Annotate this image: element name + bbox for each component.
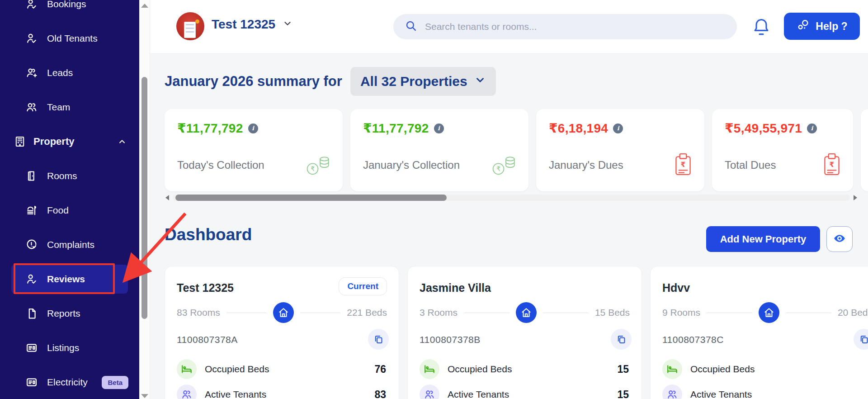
scrollbar-thumb[interactable]	[175, 195, 447, 201]
visibility-toggle-button[interactable]	[826, 226, 853, 252]
copy-icon	[859, 334, 868, 345]
people-icon	[25, 101, 38, 114]
stat-label: Occupied Beds	[205, 364, 269, 375]
amount-value: ₹11,77,792	[177, 121, 243, 136]
search-input[interactable]	[424, 21, 713, 33]
copy-code-button[interactable]	[611, 329, 632, 350]
sidebar-item-reports[interactable]: Reports	[0, 296, 139, 331]
sidebar-item-food[interactable]: Food	[0, 193, 139, 228]
stat-value: 76	[374, 363, 386, 375]
scrollbar-right-arrow[interactable]	[854, 195, 857, 200]
food-icon	[25, 204, 38, 217]
sidebar-item-label: Leads	[47, 67, 73, 78]
info-icon[interactable]	[248, 124, 258, 133]
annotation-red-box	[14, 263, 115, 294]
property-card[interactable]: Jasmine Villa 3 Rooms 15 Beds 1100807378…	[407, 266, 642, 399]
notification-bell-icon[interactable]	[751, 16, 771, 38]
summary-card-label: Today's Collection	[177, 159, 264, 171]
property-filter-dropdown[interactable]: All 32 Properties	[350, 67, 496, 96]
sidebar-item-listings[interactable]: Listings	[0, 331, 139, 365]
property-card[interactable]: Hdvv 9 Rooms 20 Beds 1100807378C Occupie…	[650, 266, 868, 399]
stat-value: 15	[617, 363, 629, 375]
stat-label: Occupied Beds	[690, 364, 755, 375]
copy-code-button[interactable]	[854, 329, 868, 350]
info-icon[interactable]	[434, 124, 444, 133]
sidebar-item-old-tenants[interactable]: Old Tenants	[0, 21, 139, 56]
bed-icon	[177, 359, 197, 379]
sidebar-item-label: Bookings	[47, 0, 86, 10]
stat-label: Occupied Beds	[448, 364, 512, 375]
help-button[interactable]: Help ?	[784, 13, 860, 40]
sidebar-group-property[interactable]: Property	[0, 124, 139, 159]
sidebar-item-label: Reports	[47, 308, 80, 319]
summary-card-label: January's Dues	[549, 159, 623, 171]
stat-label: Active Tenants	[690, 389, 752, 399]
chevron-up-icon[interactable]	[118, 137, 127, 149]
summary-card-months-collection: ₹11,77,792 January's Collection ₹	[350, 109, 528, 191]
sidebar-item-rooms[interactable]: Rooms	[0, 159, 139, 193]
property-code: 1100807378C	[662, 334, 724, 345]
occupied-beds-row: Occupied Beds	[662, 358, 868, 380]
chevron-down-icon	[474, 74, 486, 89]
property-switcher[interactable]: Test 12325	[212, 17, 292, 32]
door-icon	[25, 170, 38, 182]
support-bubbles-icon	[796, 18, 810, 34]
bed-icon	[420, 359, 439, 379]
property-name: Test 12325	[212, 17, 275, 32]
beds-count: 20 Beds	[838, 307, 868, 318]
rooms-count: 3 Rooms	[420, 307, 458, 318]
sidebar-item-bookings[interactable]: Bookings	[0, 0, 139, 21]
occupied-beds-row: Occupied Beds 76	[177, 358, 386, 380]
sidebar-item-label: Complaints	[47, 239, 94, 250]
scrollbar-thumb[interactable]	[142, 77, 147, 319]
sidebar: Bookings Old Tenants Leads Team Property	[0, 0, 139, 399]
summary-card-months-dues: ₹6,18,194 January's Dues ₹	[536, 109, 704, 191]
building-icon	[14, 135, 26, 148]
rooms-beds-row: 3 Rooms 15 Beds	[420, 302, 630, 323]
summary-title-row: January 2026 summary for All 32 Properti…	[165, 67, 496, 96]
top-header: Test 12325 Help ?	[150, 0, 868, 54]
sidebar-item-complaints[interactable]: Complaints	[0, 228, 139, 262]
beds-count: 15 Beds	[595, 307, 630, 318]
scrollbar-up-arrow[interactable]	[141, 4, 148, 8]
search-bar[interactable]	[393, 14, 737, 39]
scrollbar-down-arrow[interactable]	[141, 394, 148, 398]
add-new-property-button[interactable]: Add New Property	[706, 226, 820, 252]
home-icon	[759, 302, 779, 323]
property-cards-row: Test 12325 Current 83 Rooms 221 Beds 110…	[165, 266, 868, 399]
property-card[interactable]: Test 12325 Current 83 Rooms 221 Beds 110…	[165, 266, 399, 399]
info-icon[interactable]	[613, 124, 623, 133]
dues-clipboard-icon: ₹	[673, 152, 693, 179]
sidebar-item-electricity[interactable]: Electricity Beta	[0, 365, 139, 399]
info-icon[interactable]	[807, 124, 817, 133]
property-filter-value: All 32 Properties	[360, 74, 467, 89]
stat-value: 15	[617, 389, 629, 399]
person-check-icon	[25, 0, 38, 10]
rooms-beds-row: 9 Rooms 20 Beds	[662, 302, 868, 323]
sidebar-item-team[interactable]: Team	[0, 90, 139, 124]
vertical-scrollbar[interactable]	[139, 0, 150, 399]
sidebar-menu: Bookings Old Tenants Leads Team Property	[0, 0, 139, 399]
rooms-beds-row: 83 Rooms 221 Beds	[177, 302, 387, 323]
sidebar-item-leads[interactable]: Leads	[0, 56, 139, 90]
copy-code-button[interactable]	[368, 329, 389, 350]
summary-card-partial	[861, 109, 868, 191]
sidebar-item-reviews[interactable]: Reviews	[0, 262, 139, 296]
eye-icon	[833, 232, 846, 247]
sidebar-item-label: Old Tenants	[47, 33, 98, 44]
horizontal-scrollbar[interactable]	[165, 194, 857, 201]
current-badge: Current	[339, 277, 387, 295]
sidebar-item-label: Rooms	[47, 171, 77, 181]
document-icon	[25, 307, 38, 320]
scrollbar-left-arrow[interactable]	[165, 195, 169, 200]
dues-clipboard-icon: ₹	[821, 152, 842, 179]
summary-card-todays-collection: ₹11,77,792 Today's Collection ₹	[165, 109, 343, 191]
copy-icon	[616, 334, 627, 345]
beds-count: 221 Beds	[347, 307, 387, 318]
coins-icon: ₹	[491, 154, 518, 179]
stat-label: Active Tenants	[205, 389, 266, 399]
property-logo-avatar[interactable]	[176, 12, 204, 40]
stat-value: 83	[374, 389, 386, 399]
amount-value: ₹11,77,792	[363, 121, 429, 136]
svg-text:₹: ₹	[496, 165, 500, 172]
